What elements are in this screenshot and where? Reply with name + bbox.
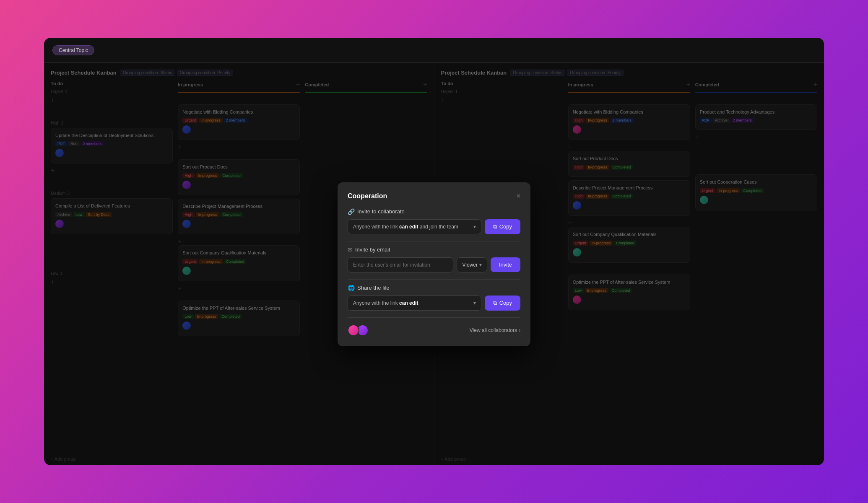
role-dropdown[interactable]: Viewer ▾ (457, 257, 487, 272)
invite-email-title: ✉ Invite by email (348, 246, 520, 253)
role-chevron: ▾ (479, 262, 482, 268)
view-all-collaborators-link[interactable]: View all collaborators › (470, 327, 520, 333)
role-label: Viewer (462, 262, 477, 268)
share-file-copy-button[interactable]: ⧉ Copy (485, 296, 520, 311)
collaborator-avatar-1 (348, 324, 359, 336)
invite-collaborate-dropdown[interactable]: Anyone with the link can edit and join t… (348, 219, 481, 234)
share-file-link-text: Anyone with the link can edit (353, 300, 418, 306)
copy-label-2: Copy (499, 300, 512, 306)
invite-collaborate-row: Anyone with the link can edit and join t… (348, 219, 520, 234)
email-icon: ✉ (348, 246, 353, 253)
share-file-section: 🌐 Share the file Anyone with the link ca… (348, 285, 520, 311)
link-icon: 🔗 (348, 208, 355, 215)
invite-collaborate-copy-button[interactable]: ⧉ Copy (485, 219, 520, 234)
invite-collaborate-link-text: Anyone with the link can edit and join t… (353, 224, 458, 230)
copy-label-1: Copy (499, 223, 512, 230)
modal-overlay: Cooperation × 🔗 Invite to collaborate An… (44, 63, 824, 465)
topbar: Central Topic (44, 38, 824, 63)
share-file-dropdown[interactable]: Anyone with the link can edit ▾ (348, 296, 481, 311)
separator-2 (348, 279, 520, 280)
invite-email-row: Viewer ▾ Invite (348, 257, 520, 272)
globe-icon: 🌐 (348, 285, 355, 291)
main-content: Project Schedule Kanban Grouping conditi… (44, 63, 824, 465)
modal-close-button[interactable]: × (517, 193, 520, 200)
copy-icon-1: ⧉ (493, 223, 497, 230)
modal-footer: View all collaborators › (348, 317, 520, 336)
invite-button[interactable]: Invite (491, 257, 520, 272)
invite-collaborate-title: 🔗 Invite to collaborate (348, 208, 520, 215)
share-file-chevron: ▾ (473, 300, 476, 306)
share-file-title: 🌐 Share the file (348, 285, 520, 291)
modal-title: Cooperation (348, 192, 387, 200)
modal-header: Cooperation × (348, 192, 520, 200)
central-topic-button[interactable]: Central Topic (52, 45, 94, 55)
invite-collaborate-section: 🔗 Invite to collaborate Anyone with the … (348, 208, 520, 234)
copy-icon-2: ⧉ (493, 300, 497, 306)
invite-email-section: ✉ Invite by email Viewer ▾ Invite (348, 246, 520, 272)
cooperation-modal: Cooperation × 🔗 Invite to collaborate An… (338, 182, 530, 346)
separator-1 (348, 241, 520, 241)
share-file-row: Anyone with the link can edit ▾ ⧉ Copy (348, 296, 520, 311)
view-all-chevron: › (519, 327, 520, 333)
collaborator-avatars (348, 324, 369, 336)
app-container: Central Topic Project Schedule Kanban Gr… (44, 38, 824, 465)
email-input[interactable] (348, 257, 453, 272)
invite-collaborate-chevron: ▾ (473, 224, 476, 230)
view-all-label: View all collaborators (470, 327, 517, 333)
